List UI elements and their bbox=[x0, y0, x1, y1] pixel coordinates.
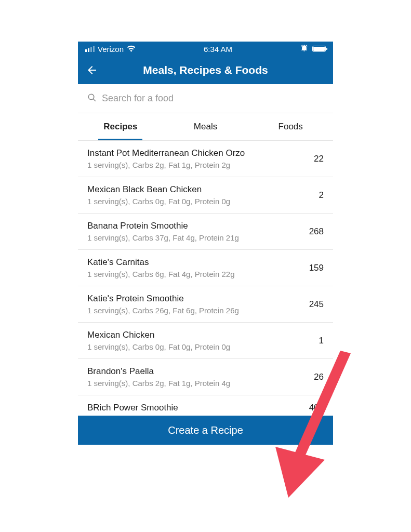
list-item-title: Instant Pot Mediterranean Chicken Orzo bbox=[87, 148, 293, 158]
list-item[interactable]: Katie's Protein Smoothie 1 serving(s), C… bbox=[78, 286, 333, 322]
list-item-subtitle: 1 serving(s), Carbs 44g, Fat 7g, Protein… bbox=[87, 415, 293, 416]
list-item-subtitle: 1 serving(s), Carbs 37g, Fat 4g, Protein… bbox=[87, 233, 293, 242]
list-item-value: 268 bbox=[302, 227, 324, 237]
list-item-text: Banana Protein Smoothie 1 serving(s), Ca… bbox=[87, 221, 293, 242]
list-item-title: Brandon's Paella bbox=[87, 366, 293, 377]
carrier-label: Verizon bbox=[98, 45, 124, 54]
list-item-value: 2 bbox=[302, 190, 324, 201]
list-item[interactable]: Brandon's Paella 1 serving(s), Carbs 2g,… bbox=[78, 358, 333, 395]
svg-marker-1 bbox=[275, 447, 325, 498]
list-item-title: Banana Protein Smoothie bbox=[87, 221, 293, 231]
page-title: Meals, Recipes & Foods bbox=[78, 64, 333, 76]
back-button[interactable] bbox=[78, 56, 106, 84]
list-item-title: Katie's Protein Smoothie bbox=[87, 294, 293, 304]
list-item[interactable]: Mexican Chicken 1 serving(s), Carbs 0g, … bbox=[78, 322, 333, 358]
signal-bars-icon bbox=[85, 46, 95, 52]
list-item-subtitle: 1 serving(s), Carbs 2g, Fat 1g, Protein … bbox=[87, 161, 293, 169]
list-item-value: 26 bbox=[302, 372, 324, 382]
list-item-subtitle: 1 serving(s), Carbs 2g, Fat 1g, Protein … bbox=[87, 379, 293, 388]
list-item-title: Katie's Carnitas bbox=[87, 257, 293, 268]
list-item-subtitle: 1 serving(s), Carbs 0g, Fat 0g, Protein … bbox=[87, 197, 293, 206]
list-item-text: Brandon's Paella 1 serving(s), Carbs 2g,… bbox=[87, 366, 293, 388]
list-item-title: BRich Power Smoothie bbox=[87, 403, 293, 413]
alarm-icon bbox=[300, 44, 308, 54]
list-item-title: Mexican Chicken bbox=[87, 330, 293, 340]
tabs: Recipes Meals Foods bbox=[78, 113, 333, 140]
list-item-title: Mexican Black Bean Chicken bbox=[87, 184, 293, 195]
app-screen: Verizon 6:34 AM Meals, Recipes & Foods R… bbox=[78, 42, 333, 445]
list-item[interactable]: Mexican Black Bean Chicken 1 serving(s),… bbox=[78, 177, 333, 213]
status-bar: Verizon 6:34 AM bbox=[78, 42, 333, 56]
list-item-value: 405 bbox=[302, 403, 324, 413]
app-header: Meals, Recipes & Foods bbox=[78, 56, 333, 84]
arrow-left-icon bbox=[86, 64, 98, 76]
list-item-subtitle: 1 serving(s), Carbs 6g, Fat 4g, Protein … bbox=[87, 270, 293, 278]
list-item[interactable]: BRich Power Smoothie 1 serving(s), Carbs… bbox=[78, 395, 333, 416]
create-recipe-button[interactable]: Create a Recipe bbox=[78, 416, 333, 445]
status-left: Verizon bbox=[85, 45, 136, 54]
recipe-list[interactable]: Instant Pot Mediterranean Chicken Orzo 1… bbox=[78, 140, 333, 416]
list-item-value: 22 bbox=[302, 154, 324, 164]
list-item-subtitle: 1 serving(s), Carbs 0g, Fat 0g, Protein … bbox=[87, 342, 293, 351]
search-icon bbox=[87, 93, 97, 104]
list-item-text: Katie's Protein Smoothie 1 serving(s), C… bbox=[87, 294, 293, 315]
battery-icon bbox=[312, 46, 326, 52]
list-item-value: 159 bbox=[302, 263, 324, 273]
search-row[interactable] bbox=[78, 84, 333, 113]
list-item[interactable]: Katie's Carnitas 1 serving(s), Carbs 6g,… bbox=[78, 249, 333, 286]
list-item-text: Katie's Carnitas 1 serving(s), Carbs 6g,… bbox=[87, 257, 293, 278]
list-item-value: 1 bbox=[302, 336, 324, 346]
list-item[interactable]: Instant Pot Mediterranean Chicken Orzo 1… bbox=[78, 140, 333, 177]
tab-meals[interactable]: Meals bbox=[163, 113, 248, 140]
tab-foods[interactable]: Foods bbox=[248, 113, 333, 140]
list-item-value: 245 bbox=[302, 299, 324, 310]
wifi-icon bbox=[127, 45, 136, 54]
search-input[interactable] bbox=[102, 93, 324, 104]
list-item-text: Instant Pot Mediterranean Chicken Orzo 1… bbox=[87, 148, 293, 169]
status-right bbox=[300, 44, 326, 54]
list-item-text: Mexican Chicken 1 serving(s), Carbs 0g, … bbox=[87, 330, 293, 351]
list-item-text: Mexican Black Bean Chicken 1 serving(s),… bbox=[87, 184, 293, 206]
list-item[interactable]: Banana Protein Smoothie 1 serving(s), Ca… bbox=[78, 213, 333, 249]
list-item-subtitle: 1 serving(s), Carbs 26g, Fat 6g, Protein… bbox=[87, 306, 293, 315]
tab-recipes[interactable]: Recipes bbox=[78, 113, 163, 140]
list-item-text: BRich Power Smoothie 1 serving(s), Carbs… bbox=[87, 403, 293, 416]
status-time: 6:34 AM bbox=[204, 45, 232, 54]
